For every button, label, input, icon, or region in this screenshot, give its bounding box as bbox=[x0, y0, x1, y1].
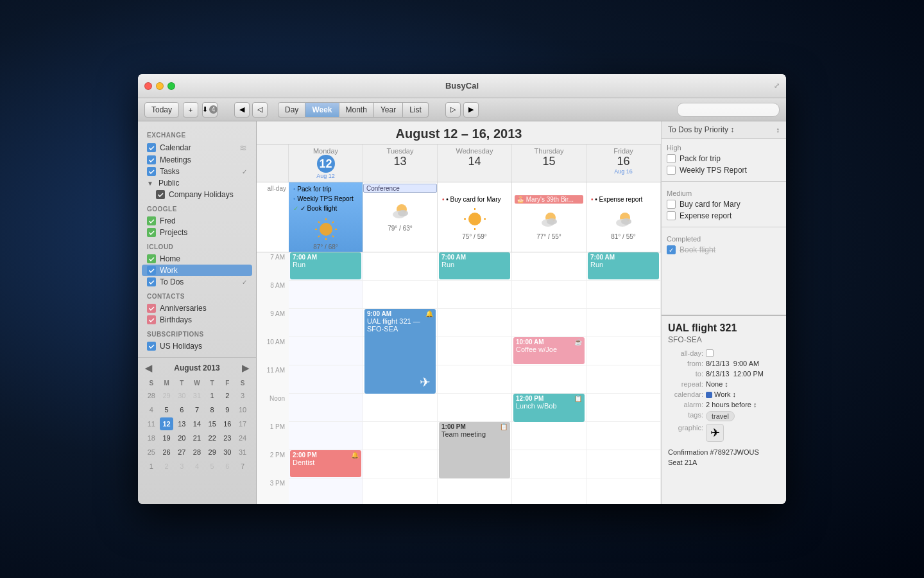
search-input[interactable] bbox=[677, 103, 780, 117]
sidebar-item-todos[interactable]: To Dos ✓ bbox=[138, 276, 256, 288]
view-year[interactable]: Year bbox=[374, 102, 403, 118]
mini-cal-day[interactable]: 20 bbox=[175, 432, 189, 444]
mini-cal-day[interactable]: 14 bbox=[190, 417, 204, 430]
sidebar-item-anniversaries[interactable]: Anniversaries bbox=[138, 302, 256, 314]
share-button[interactable]: ⬇4 bbox=[202, 102, 218, 118]
mini-cal-day[interactable]: 13 bbox=[175, 417, 189, 430]
add-button[interactable]: + bbox=[183, 102, 198, 118]
detail-allday-checkbox[interactable] bbox=[706, 349, 714, 357]
mini-cal-day[interactable]: 31 bbox=[190, 389, 204, 402]
allday-event-pack-for-trip[interactable]: Pack for trip bbox=[291, 185, 360, 193]
nav-far-prev[interactable]: ◀ bbox=[234, 102, 250, 118]
mini-cal-day[interactable]: 9 bbox=[221, 403, 235, 416]
todo-checkbox-tps[interactable] bbox=[667, 166, 676, 175]
todo-book-flight[interactable]: ✓ Book flight bbox=[667, 244, 781, 256]
mini-cal-day[interactable]: 4 bbox=[144, 403, 158, 416]
todos-sort-button[interactable]: ↕ bbox=[776, 126, 780, 134]
view-list[interactable]: List bbox=[403, 102, 429, 118]
sidebar-item-fred[interactable]: Fred bbox=[138, 215, 256, 227]
mini-cal-day[interactable]: 26 bbox=[160, 446, 174, 459]
mini-cal-next[interactable]: ▶ bbox=[241, 363, 251, 373]
event-dentist[interactable]: 2:00 PM Dentist 🔔 bbox=[290, 450, 361, 477]
event-coffee[interactable]: 10:00 AM ☕ Coffee w/Joe bbox=[513, 337, 585, 364]
sidebar-item-work[interactable]: Work bbox=[142, 265, 252, 276]
mini-cal-day[interactable]: 15 bbox=[205, 417, 219, 430]
todo-buy-card[interactable]: Buy card for Mary bbox=[667, 198, 781, 210]
mini-cal-day[interactable]: 28 bbox=[144, 389, 158, 402]
mini-cal-day[interactable]: 16 bbox=[221, 417, 235, 430]
sidebar-item-us-holidays[interactable]: US Holidays bbox=[138, 340, 256, 352]
expand-icon[interactable]: ⤢ bbox=[774, 82, 780, 90]
event-run-friday[interactable]: 7:00 AM Run bbox=[588, 252, 659, 279]
mini-cal-day[interactable]: 7 bbox=[190, 403, 204, 416]
view-week[interactable]: Week bbox=[305, 102, 339, 118]
mini-cal-day[interactable]: 5 bbox=[205, 460, 219, 473]
mini-cal-day[interactable]: 27 bbox=[175, 446, 189, 459]
todo-pack-trip[interactable]: Pack for trip bbox=[667, 153, 781, 164]
todo-checkbox-pack[interactable] bbox=[667, 154, 676, 163]
mini-cal-day[interactable]: 28 bbox=[190, 446, 204, 459]
mini-cal-day[interactable]: 10 bbox=[235, 403, 250, 416]
sidebar-item-tasks[interactable]: Tasks ✓ bbox=[138, 166, 256, 177]
allday-event-birthday[interactable]: 🎂 Mary's 39th Bir... bbox=[515, 195, 583, 204]
mini-cal-day[interactable]: 23 bbox=[221, 432, 235, 444]
graphic-plane-icon[interactable]: ✈ bbox=[706, 424, 724, 442]
mini-cal-day[interactable]: 25 bbox=[144, 446, 158, 459]
allday-event-buy-card[interactable]: • Buy card for Mary bbox=[440, 195, 509, 204]
mini-cal-day[interactable]: 3 bbox=[235, 389, 250, 402]
mini-cal-day[interactable]: 31 bbox=[235, 446, 250, 459]
mini-cal-day[interactable]: 1 bbox=[205, 389, 219, 402]
mini-cal-day[interactable]: 24 bbox=[235, 432, 250, 444]
todo-checkbox-flight[interactable]: ✓ bbox=[667, 245, 676, 254]
event-run-wednesday[interactable]: 7:00 AM Run bbox=[439, 252, 510, 279]
sidebar-item-home[interactable]: Home bbox=[138, 253, 256, 265]
mini-cal-day[interactable]: 29 bbox=[160, 389, 174, 402]
mini-cal-day[interactable]: 19 bbox=[160, 432, 174, 444]
mini-cal-day[interactable]: 6 bbox=[175, 403, 189, 416]
mini-cal-day[interactable]: 4 bbox=[190, 460, 204, 473]
view-day[interactable]: Day bbox=[278, 102, 305, 118]
sidebar-item-public[interactable]: ▼ Public bbox=[138, 177, 256, 189]
view-month[interactable]: Month bbox=[339, 102, 374, 118]
mini-cal-day[interactable]: 5 bbox=[160, 403, 174, 416]
event-run-monday[interactable]: 7:00 AM Run bbox=[290, 252, 361, 279]
mini-cal-day[interactable]: 2 bbox=[160, 460, 174, 473]
mini-cal-day[interactable]: 18 bbox=[144, 432, 158, 444]
allday-event-expense[interactable]: • Expense report bbox=[589, 195, 658, 204]
sidebar-item-meetings[interactable]: Meetings bbox=[138, 154, 256, 166]
mini-cal-day[interactable]: 11 bbox=[144, 417, 158, 430]
todo-checkbox-expense[interactable] bbox=[667, 211, 676, 220]
todo-checkbox-card[interactable] bbox=[667, 200, 676, 209]
mini-cal-day[interactable]: 1 bbox=[144, 460, 158, 473]
event-ual-flight[interactable]: 9:00 AM 🔔 UAL flight 321 —SFO-SEA ✈ bbox=[364, 309, 436, 394]
tag-badge-travel[interactable]: travel bbox=[706, 411, 735, 421]
minimize-button[interactable] bbox=[156, 82, 164, 90]
mini-cal-today[interactable]: 12 bbox=[160, 417, 174, 430]
mini-cal-day[interactable]: 30 bbox=[221, 446, 235, 459]
mini-cal-day[interactable]: 7 bbox=[235, 460, 250, 473]
nav-next[interactable]: ▷ bbox=[445, 102, 461, 118]
event-lunch[interactable]: 12:00 PM 📋 Lunch w/Bob bbox=[513, 394, 585, 422]
sidebar-item-calendar[interactable]: Calendar ≋ bbox=[138, 141, 256, 154]
nav-prev[interactable]: ◁ bbox=[252, 102, 268, 118]
mini-cal-prev[interactable]: ◀ bbox=[143, 363, 153, 373]
mini-cal-day[interactable]: 22 bbox=[205, 432, 219, 444]
mini-cal-day[interactable]: 3 bbox=[175, 460, 189, 473]
nav-far-next[interactable]: ▶ bbox=[463, 102, 479, 118]
sidebar-item-company-holidays[interactable]: Company Holidays bbox=[138, 189, 256, 200]
event-team-meeting[interactable]: 1:00 PM 📋 Team meeting bbox=[439, 422, 510, 478]
sidebar-item-projects[interactable]: Projects bbox=[138, 227, 256, 238]
close-button[interactable] bbox=[144, 82, 152, 90]
mini-cal-day[interactable]: 17 bbox=[235, 417, 250, 430]
mini-cal-day[interactable]: 6 bbox=[221, 460, 235, 473]
mini-cal-day[interactable]: 21 bbox=[190, 432, 204, 444]
allday-event-weekly-tps[interactable]: Weekly TPS Report bbox=[291, 195, 360, 203]
maximize-button[interactable] bbox=[167, 82, 175, 90]
mini-cal-day[interactable]: 2 bbox=[221, 389, 235, 402]
todo-weekly-tps[interactable]: Weekly TPS Report bbox=[667, 164, 781, 176]
allday-event-book-flight[interactable]: ✓ Book flight bbox=[291, 204, 360, 213]
mini-cal-day[interactable]: 29 bbox=[205, 446, 219, 459]
todo-expense[interactable]: Expense report bbox=[667, 210, 781, 222]
mini-cal-day[interactable]: 30 bbox=[175, 389, 189, 402]
today-button[interactable]: Today bbox=[144, 102, 179, 118]
